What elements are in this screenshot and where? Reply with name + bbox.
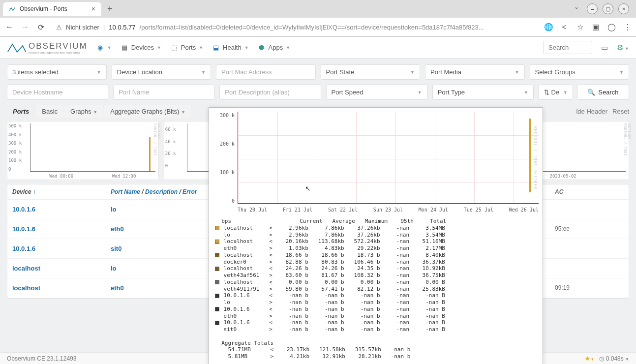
port-link[interactable]: sit0 — [111, 245, 121, 252]
tab-bar: Observium - Ports × + ⌄ ‒ ▢ × — [0, 0, 636, 18]
filter-row-1: 3 items selected▼ Device Location▼ Port … — [7, 64, 629, 80]
port-link[interactable]: eth0 — [111, 225, 124, 233]
sort-errors[interactable]: Error — [182, 188, 197, 195]
maximize-button[interactable]: ▢ — [603, 3, 613, 14]
url-path: /ports/format=list/disabled=0/deleted=0/… — [140, 24, 484, 31]
search-button[interactable]: 🔍Search — [577, 85, 629, 100]
filter-devices[interactable]: 3 items selected▼ — [7, 64, 107, 80]
mac-cell — [555, 206, 624, 213]
reload-button[interactable]: ⟳ — [35, 22, 46, 32]
star-icon[interactable]: ★▼ — [585, 355, 594, 362]
sort-device[interactable]: Device — [12, 188, 31, 195]
server-icon: ▤ — [121, 44, 128, 52]
observium-logo[interactable]: OBSERVIUM network management and monitor… — [7, 41, 88, 54]
logo-text: OBSERVIUM — [29, 41, 88, 51]
rrdtool-watermark: RRDTOOL / TOBI OETIKER — [533, 114, 538, 202]
timer-badge[interactable]: ◷ 0.048s ▼ — [599, 355, 629, 362]
nav-ports[interactable]: ⬚Ports▼ — [170, 44, 203, 52]
observium-favicon-icon — [9, 5, 16, 12]
browser-chrome: Observium - Ports × + ⌄ ‒ ▢ × ← → ⟳ ⚠ Ni… — [0, 0, 636, 37]
mac-cell: 09:19 — [555, 284, 624, 292]
sort-descr[interactable]: Description — [145, 188, 178, 195]
tab-title: Observium - Ports — [20, 5, 67, 12]
extensions-icon[interactable]: ▣ — [591, 23, 601, 31]
tab-ports[interactable]: Ports — [7, 105, 35, 118]
port-icon: ⬚ — [170, 44, 178, 52]
rrdtool-watermark: RRDTOOL / TOBI OETIKER — [623, 123, 628, 171]
health-icon: ⬓ — [212, 44, 220, 52]
nav-search[interactable] — [543, 41, 592, 54]
version-text: Observium CE 23.1.12493 — [7, 355, 76, 362]
port-link[interactable]: eth0 — [111, 284, 124, 292]
tooltip-chart: 300 k 200 k 100 k 0 Thu 20 JulFri 21 Jul… — [213, 112, 539, 215]
filter-mac[interactable]: Port Mac Address — [216, 64, 316, 80]
mac-cell — [555, 265, 624, 272]
nav-globe[interactable]: ◉▼ — [96, 44, 112, 52]
logo-subtitle: network management and monitoring — [29, 51, 88, 54]
nav-devices[interactable]: ▤Devices▼ — [121, 44, 161, 52]
filter-hostname[interactable]: Device Hostname — [7, 85, 108, 100]
url-field[interactable]: ⚠ Nicht sicher | 10.0.5.77/ports/format=… — [51, 22, 539, 32]
hide-header-link[interactable]: ide Header — [576, 108, 607, 115]
filter-location[interactable]: Device Location▼ — [112, 64, 212, 80]
browser-tab[interactable]: Observium - Ports × — [3, 2, 101, 16]
app-nav: OBSERVIUM network management and monitor… — [0, 37, 636, 59]
filter-row-2: Device Hostname Port Name Port Descripti… — [7, 85, 629, 100]
not-secure-icon: ⚠ — [56, 24, 62, 31]
search-input[interactable] — [543, 41, 592, 54]
display-icon[interactable]: ▭ — [601, 43, 608, 52]
profile-icon[interactable]: ◯ — [606, 23, 616, 31]
close-icon[interactable]: × — [91, 5, 95, 13]
share-icon[interactable]: < — [559, 23, 569, 31]
mac-cell — [555, 245, 624, 252]
filter-speed[interactable]: Port Speed▼ — [326, 85, 427, 100]
tab-basic[interactable]: Basic — [36, 105, 63, 118]
close-window-button[interactable]: × — [618, 3, 629, 14]
sort-icon: ⇅ — [544, 89, 549, 96]
reset-link[interactable]: Reset — [612, 108, 629, 115]
device-link[interactable]: localhost — [12, 265, 40, 272]
chart-spike — [529, 119, 531, 192]
bookmark-icon[interactable]: ☆ — [575, 23, 585, 31]
chevron-down-icon[interactable]: ⌄ — [574, 3, 579, 14]
filter-sort[interactable]: ⇅ De▼ — [539, 85, 573, 100]
new-tab-button[interactable]: + — [103, 4, 117, 14]
gear-icon[interactable]: ⚙▼ — [617, 43, 629, 52]
toolbar-icons: 🌐 < ☆ ▣ ◯ ⋮ — [544, 23, 632, 31]
filter-portname[interactable]: Port Name — [113, 85, 214, 100]
filter-media[interactable]: Port Media▼ — [425, 64, 525, 80]
tab-graphs[interactable]: Graphs ▼ — [64, 105, 103, 118]
device-link[interactable]: 10.0.1.6 — [12, 245, 35, 252]
device-link[interactable]: localhost — [12, 284, 40, 292]
port-link[interactable]: lo — [111, 206, 117, 213]
filter-description[interactable]: Port Description (alias) — [219, 85, 321, 100]
nav-apps[interactable]: ⬢Apps▼ — [258, 44, 291, 52]
forward-button[interactable]: → — [20, 22, 30, 32]
globe-icon: ◉ — [96, 44, 104, 52]
device-link[interactable]: 10.0.1.6 — [12, 206, 35, 213]
graph-tooltip: 300 k 200 k 100 k 0 Thu 20 JulFri 21 Jul… — [209, 107, 543, 364]
rrdtool-watermark: RRDTOOL / TOBI OETIKER — [153, 123, 157, 171]
device-link[interactable]: 10.0.1.6 — [12, 225, 35, 233]
mac-cell: 95:ee — [555, 225, 624, 233]
back-button[interactable]: ← — [4, 22, 15, 32]
filter-groups[interactable]: Select Groups▼ — [530, 64, 630, 80]
security-label: Nicht sicher — [66, 24, 99, 31]
nav-health[interactable]: ⬓Health▼ — [212, 44, 249, 52]
sort-portname[interactable]: Port Name — [111, 188, 140, 195]
address-bar: ← → ⟳ ⚠ Nicht sicher | 10.0.5.77/ports/f… — [0, 18, 636, 36]
apps-icon: ⬢ — [258, 44, 266, 52]
tooltip-legend: bps Current Average Maximum 95th Total l… — [213, 217, 539, 361]
tab-aggregate[interactable]: Aggregate Graphs (Bits) ▼ — [104, 105, 191, 118]
search-icon: 🔍 — [587, 89, 595, 96]
mini-graph-1[interactable]: 500 k 400 k 300 k 200 k 100 k 0 Wed 00:0… — [7, 121, 159, 180]
window-controls: ⌄ ‒ ▢ × — [574, 3, 633, 14]
translate-icon[interactable]: 🌐 — [544, 23, 553, 31]
filter-type[interactable]: Port Type▼ — [432, 85, 534, 100]
filter-state[interactable]: Port State▼ — [321, 64, 421, 80]
minimize-button[interactable]: ‒ — [587, 3, 598, 14]
menu-icon[interactable]: ⋮ — [622, 23, 632, 31]
url-host: 10.0.5.77 — [109, 24, 135, 31]
port-link[interactable]: lo — [111, 265, 117, 272]
